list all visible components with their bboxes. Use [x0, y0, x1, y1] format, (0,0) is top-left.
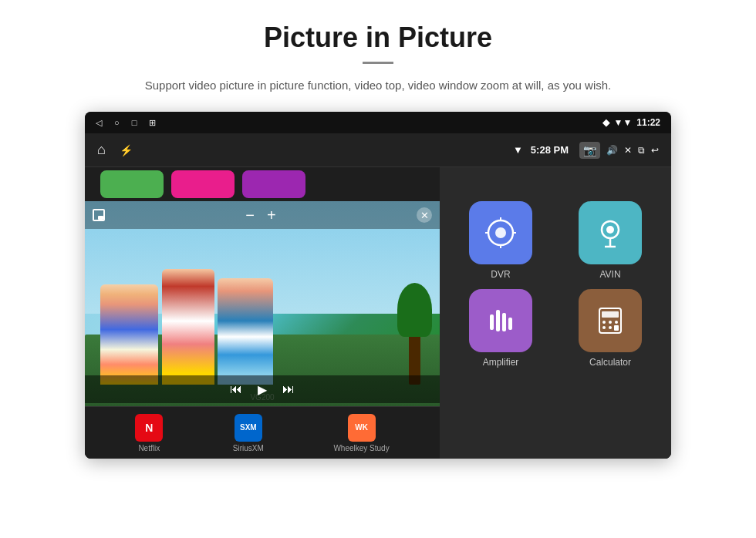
pip-icon[interactable]: ⧉ [638, 145, 645, 156]
svg-point-16 [609, 326, 612, 329]
camera-icon[interactable]: 📷 [579, 142, 600, 159]
status-bar: ◁ ○ □ ⊞ ◆ ▼▼ 11:22 [85, 112, 671, 133]
wheelkey-label: Wheelkey Study [333, 444, 389, 452]
amplifier-label: Amplifier [483, 357, 519, 368]
svg-point-15 [602, 326, 606, 329]
video-close-icon[interactable]: ✕ [417, 207, 432, 223]
app-bar-time: 5:28 PM [531, 144, 569, 156]
siriusxm-app[interactable]: SXM SiriusXM [233, 414, 264, 452]
video-size-controls: − + [245, 207, 275, 224]
title-divider [363, 62, 393, 64]
netflix-app[interactable]: N Netflix [135, 414, 163, 452]
amplifier-icon-box [469, 289, 532, 352]
siriusxm-label: SiriusXM [233, 444, 264, 452]
svg-rect-9 [508, 318, 512, 330]
home-nav-icon[interactable]: ○ [114, 118, 120, 127]
netflix-icon: N [135, 414, 163, 442]
next-icon[interactable]: ⏭ [282, 382, 295, 396]
pip-indicator [93, 209, 105, 221]
calculator-icon-svg [593, 304, 627, 338]
svg-point-14 [615, 321, 618, 324]
calculator-icon-box [579, 289, 642, 352]
svg-rect-17 [614, 325, 619, 331]
dvr-icon-svg [484, 216, 518, 250]
avin-label: AVIN [599, 269, 620, 280]
app-grid-area: DVR AVIN [440, 167, 671, 459]
status-bar-left: ◁ ○ □ ⊞ [96, 118, 156, 128]
calculator-label: Calculator [589, 357, 631, 368]
dvr-icon-box [469, 201, 532, 264]
avin-app-item[interactable]: AVIN [560, 201, 660, 280]
device-frame: ◁ ○ □ ⊞ ◆ ▼▼ 11:22 ⌂ ⚡ ▼ 5:28 PM 📷 [85, 112, 671, 459]
back-nav-icon[interactable]: ◁ [96, 118, 102, 128]
app-btn-1[interactable] [100, 170, 164, 198]
svg-point-13 [609, 321, 612, 324]
dvr-label: DVR [491, 269, 510, 280]
dvr-app-item[interactable]: DVR [451, 201, 551, 280]
video-area: − + ✕ N Netflix [85, 167, 440, 459]
app-icons-grid: DVR AVIN [447, 198, 663, 371]
siriusxm-icon: SXM [235, 414, 262, 442]
wifi-icon: ▼▼ [614, 117, 633, 128]
page-title: Picture in Picture [264, 22, 492, 54]
amplifier-app-item[interactable]: Amplifier [451, 289, 551, 368]
netflix-label: Netflix [138, 444, 160, 452]
prev-icon[interactable]: ⏮ [230, 382, 242, 396]
avin-icon-svg [593, 216, 627, 250]
svg-point-12 [602, 321, 606, 324]
app-bar: ⌂ ⚡ ▼ 5:28 PM 📷 🔊 ✕ ⧉ ↩ [85, 133, 671, 167]
app-bar-left: ⌂ ⚡ [97, 142, 133, 158]
home-icon[interactable]: ⌂ [97, 142, 106, 158]
wifi-signal-icon: ▼ [513, 144, 523, 156]
usb-icon[interactable]: ⚡ [120, 144, 133, 156]
app-btn-2[interactable] [171, 170, 235, 198]
avin-icon-box [579, 201, 642, 264]
app-bar-right: ▼ 5:28 PM 📷 🔊 ✕ ⧉ ↩ [513, 142, 659, 159]
amplifier-icon-svg [484, 304, 518, 338]
minimize-icon[interactable]: − [245, 207, 255, 224]
location-icon: ◆ [602, 117, 609, 128]
maximize-icon[interactable]: + [267, 207, 276, 224]
close-icon[interactable]: ✕ [624, 145, 632, 156]
main-content: − + ✕ N Netflix [85, 167, 671, 459]
svg-rect-6 [490, 314, 494, 330]
wheelkey-app[interactable]: WK Wheelkey Study [333, 414, 389, 452]
page-wrapper: Picture in Picture Support video picture… [0, 0, 756, 538]
back-icon[interactable]: ↩ [651, 145, 659, 156]
app-bar-icons: 📷 🔊 ✕ ⧉ ↩ [579, 142, 659, 159]
svg-rect-8 [502, 313, 506, 331]
recent-nav-icon[interactable]: □ [132, 118, 137, 127]
app-btn-3[interactable] [242, 170, 305, 198]
svg-point-3 [606, 226, 614, 234]
volume-icon[interactable]: 🔊 [606, 145, 618, 156]
play-icon[interactable]: ▶ [258, 382, 267, 397]
menu-nav-icon[interactable]: ⊞ [149, 118, 156, 128]
svg-rect-7 [496, 310, 500, 331]
calculator-app-item[interactable]: Calculator [560, 289, 660, 368]
clock: 11:22 [636, 117, 660, 128]
svg-point-1 [495, 227, 506, 238]
status-bar-right: ◆ ▼▼ 11:22 [602, 117, 660, 128]
wheelkey-icon: WK [348, 414, 376, 442]
svg-rect-11 [602, 311, 619, 318]
bottom-app-row: N Netflix SXM SiriusXM WK W [85, 406, 440, 459]
page-subtitle: Support video picture in picture functio… [145, 76, 611, 95]
